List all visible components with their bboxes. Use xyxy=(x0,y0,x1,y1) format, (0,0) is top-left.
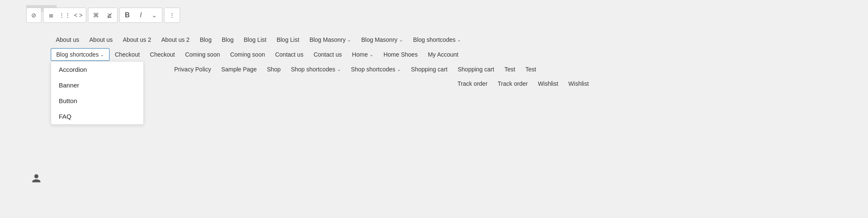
chevron-down-icon: ⌄ xyxy=(152,12,157,19)
nav-checkout-1[interactable]: Checkout xyxy=(110,49,145,60)
nav-blog-shortcodes-row1[interactable]: Blog shortcodes⌄ xyxy=(408,34,466,46)
nav-coming-soon-1[interactable]: Coming soon xyxy=(180,49,225,60)
nav-shopping-cart-1[interactable]: Shopping cart xyxy=(406,63,452,75)
nav-checkout-2[interactable]: Checkout xyxy=(145,49,180,60)
person-icon xyxy=(31,173,41,183)
blog-shortcodes-dropdown: Accordion Banner Button FAQ xyxy=(51,61,144,125)
nav-shop-shortcodes-1[interactable]: Shop shortcodes⌄ xyxy=(286,63,346,75)
drag-handle-button[interactable]: ⋮⋮ xyxy=(59,9,71,21)
toolbar: ⊘ ≣ ⋮⋮ < > ⌘ ≧̸ B xyxy=(26,8,180,23)
nav-my-account[interactable]: My Account xyxy=(423,49,463,60)
unlink-button[interactable]: ≧̸ xyxy=(104,9,115,21)
nav-about-us-2[interactable]: About us xyxy=(84,34,118,46)
nav-blog-list-2[interactable]: Blog List xyxy=(271,34,304,46)
nav-home-shoes[interactable]: Home Shoes xyxy=(378,49,423,60)
bold-button[interactable]: B xyxy=(121,9,133,21)
italic-icon: I xyxy=(140,11,142,19)
nav-test-2[interactable]: Test xyxy=(520,63,542,75)
list-indent-icon: ≣ xyxy=(49,12,54,19)
nav-shopping-cart-2[interactable]: Shopping cart xyxy=(452,63,499,75)
link-icon: ⌘ xyxy=(93,12,99,19)
chevron-down-icon: ⌄ xyxy=(370,52,373,57)
html-icon: < > xyxy=(74,12,82,19)
nav-about-us-1[interactable]: About us xyxy=(51,34,84,46)
nav-track-order-1[interactable]: Track order xyxy=(452,78,493,90)
nav-blog-list-1[interactable]: Blog List xyxy=(238,34,271,46)
nav-blog-shortcodes-active[interactable]: Blog shortcodes⌄ xyxy=(51,48,110,61)
nav-row-3: Privacy Policy Sample Page Shop Shop sho… xyxy=(51,63,860,75)
nav-about-us2-1[interactable]: About us 2 xyxy=(118,34,156,46)
italic-button[interactable]: I xyxy=(135,9,147,21)
dropdown-item-accordion[interactable]: Accordion xyxy=(51,62,143,77)
nav-blog-masonry-1[interactable]: Blog Masonry⌄ xyxy=(304,34,356,46)
nav-blog-2[interactable]: Blog xyxy=(216,34,238,46)
nav-privacy-policy[interactable]: Privacy Policy xyxy=(169,63,216,75)
chevron-down-icon: ⌄ xyxy=(347,37,351,43)
nav-contact-us-1[interactable]: Contact us xyxy=(270,49,309,60)
nav-wishlist-1[interactable]: Wishlist xyxy=(533,78,563,90)
page-wrapper: ⊘ ≣ ⋮⋮ < > ⌘ ≧̸ B xyxy=(0,0,868,218)
drag-handle-icon: ⋮⋮ xyxy=(59,12,71,19)
nav-test-1[interactable]: Test xyxy=(499,63,520,75)
more-icon: ⋮ xyxy=(169,12,175,19)
nav-area: About us About us About us 2 About us 2 … xyxy=(51,34,860,92)
nav-blog-1[interactable]: Blog xyxy=(194,34,216,46)
cancel-icon: ⊘ xyxy=(31,12,36,19)
unlink-icon: ≧̸ xyxy=(107,12,112,19)
toolbar-group-more: ⋮ xyxy=(164,8,180,23)
nav-shop[interactable]: Shop xyxy=(262,63,286,75)
link-button[interactable]: ⌘ xyxy=(90,9,102,21)
nav-blog-masonry-2[interactable]: Blog Masonry⌄ xyxy=(356,34,408,46)
nav-coming-soon-2[interactable]: Coming soon xyxy=(225,49,270,60)
chevron-down-icon: ⌄ xyxy=(457,37,461,43)
cancel-button[interactable]: ⊘ xyxy=(26,8,41,23)
chevron-down-icon: ⌄ xyxy=(399,37,403,43)
nav-row-1: About us About us About us 2 About us 2 … xyxy=(51,34,860,46)
dropdown-item-banner[interactable]: Banner xyxy=(51,77,143,93)
dropdown-item-faq[interactable]: FAQ xyxy=(51,109,143,124)
toolbar-group-format: ≣ ⋮⋮ < > xyxy=(43,8,86,23)
nav-home[interactable]: Home⌄ xyxy=(347,49,378,60)
chevron-down-icon: ⌄ xyxy=(337,67,341,72)
nav-contact-us-2[interactable]: Contact us xyxy=(309,49,347,60)
nav-wishlist-2[interactable]: Wishlist xyxy=(563,78,594,90)
chevron-down-icon: ⌄ xyxy=(397,67,401,72)
dropdown-item-button[interactable]: Button xyxy=(51,93,143,109)
list-indent-button[interactable]: ≣ xyxy=(45,9,57,21)
chevron-down-icon: ⌄ xyxy=(100,52,104,57)
html-button[interactable]: < > xyxy=(72,9,84,21)
nav-row-4: Track order Track order Wishlist Wishlis… xyxy=(51,78,860,90)
nav-track-order-2[interactable]: Track order xyxy=(493,78,533,90)
bold-icon: B xyxy=(125,11,130,19)
nav-about-us2-2[interactable]: About us 2 xyxy=(156,34,194,46)
more-options-button[interactable]: ⋮ xyxy=(166,9,178,21)
text-style-dropdown-button[interactable]: ⌄ xyxy=(148,9,160,21)
nav-sample-page[interactable]: Sample Page xyxy=(216,63,262,75)
nav-row-2: Blog shortcodes⌄ Checkout Checkout Comin… xyxy=(51,48,860,61)
nav-shop-shortcodes-2[interactable]: Shop shortcodes⌄ xyxy=(346,63,406,75)
toolbar-group-text: B I ⌄ xyxy=(119,8,162,23)
user-icon[interactable] xyxy=(30,172,42,184)
toolbar-group-links: ⌘ ≧̸ xyxy=(88,8,118,23)
user-icon-area xyxy=(30,172,42,184)
